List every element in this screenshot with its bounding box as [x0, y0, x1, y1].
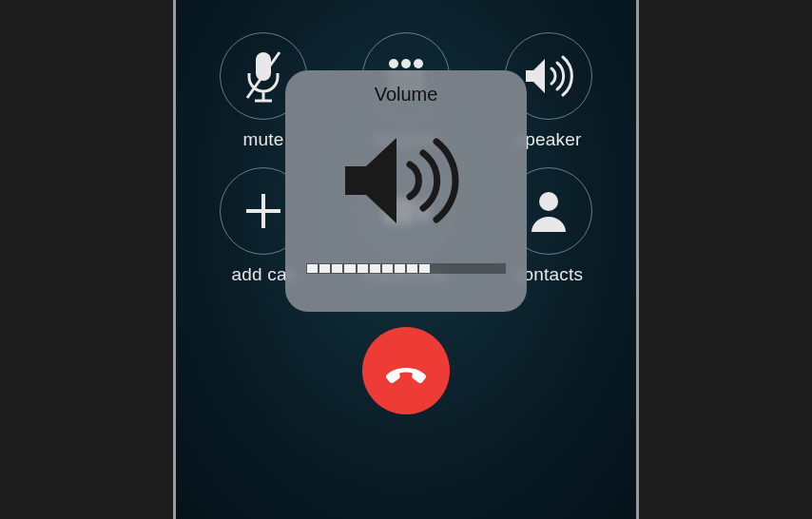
volume-segment — [470, 264, 480, 273]
svg-point-4 — [389, 59, 398, 68]
end-call-icon — [380, 345, 432, 396]
volume-segment — [444, 264, 454, 273]
volume-segment — [432, 264, 442, 273]
volume-segment — [482, 264, 493, 273]
svg-point-5 — [401, 59, 411, 68]
volume-segment — [332, 264, 342, 273]
end-call-row — [362, 327, 450, 414]
volume-segment — [419, 264, 430, 273]
volume-hud-icon — [339, 128, 473, 233]
contacts-icon — [528, 188, 570, 234]
phone-call-screen: mute keypad — [173, 0, 639, 519]
end-call-button[interactable] — [362, 327, 450, 414]
volume-segment — [319, 264, 330, 273]
volume-hud-title: Volume — [375, 84, 438, 106]
volume-level-bar — [306, 263, 506, 274]
volume-segment — [382, 264, 393, 273]
volume-segment — [344, 264, 355, 273]
svg-point-6 — [414, 59, 423, 68]
mute-label: mute — [242, 129, 283, 150]
mute-icon — [242, 48, 285, 104]
volume-hud: Volume — [285, 70, 527, 312]
volume-segment — [358, 264, 368, 273]
svg-point-16 — [539, 192, 558, 211]
plus-icon — [242, 190, 284, 232]
volume-segment — [307, 264, 318, 273]
volume-segment — [395, 264, 405, 273]
volume-segment — [407, 264, 417, 273]
volume-segment — [494, 264, 505, 273]
volume-segment — [370, 264, 380, 273]
speaker-icon — [522, 53, 575, 99]
volume-segment — [457, 264, 468, 273]
